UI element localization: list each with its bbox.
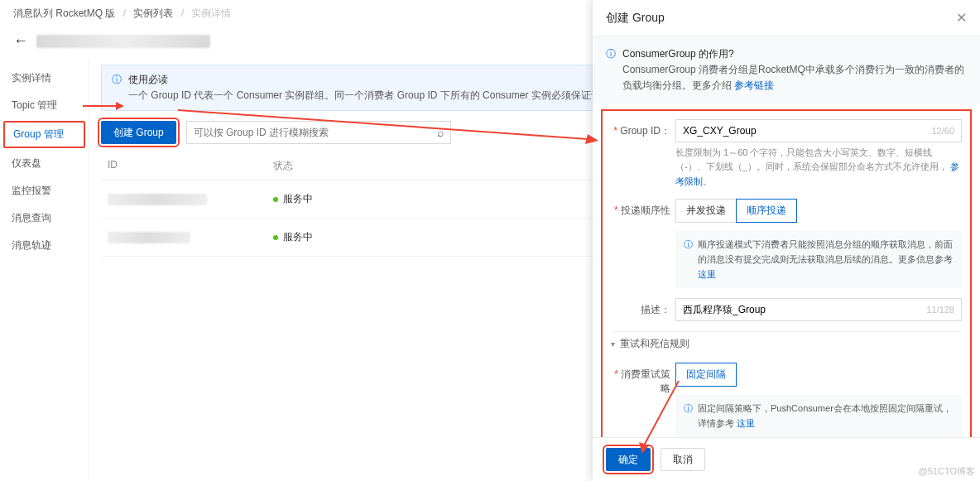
desc-input[interactable] — [683, 304, 926, 315]
create-group-button[interactable]: 创建 Group — [101, 121, 176, 144]
sidebar-item-topic[interactable]: Topic 管理 — [0, 92, 89, 119]
retry-policy-label: 消费重试策略 — [611, 363, 670, 396]
crumb-1[interactable]: 消息队列 RocketMQ 版 — [13, 7, 115, 19]
delivery-label: 投递顺序性 — [611, 199, 670, 218]
drawer-form: Group ID： 12/60 长度限制为 1～60 个字符，只能包含大小写英文… — [601, 109, 972, 437]
confirm-button[interactable]: 确定 — [606, 448, 651, 471]
desc-counter: 11/128 — [926, 305, 954, 315]
col-id: ID — [108, 159, 273, 173]
group-id-label: Group ID： — [611, 119, 670, 138]
cancel-button[interactable]: 取消 — [661, 448, 705, 471]
delivery-info-link[interactable]: 这里 — [698, 269, 716, 279]
group-id-counter: 12/60 — [931, 126, 954, 136]
info-icon: ⓘ — [112, 72, 122, 103]
delivery-info: 顺序投递模式下消费者只能按照消息分组的顺序获取消息，前面的消息没有提交完成则无法… — [698, 239, 953, 264]
instance-title-redacted — [36, 35, 210, 48]
group-id-help: 长度限制为 1～60 个字符，只能包含大小写英文、数字、短横线（-）、下划线（_… — [675, 147, 948, 172]
search-input[interactable] — [194, 127, 437, 138]
banner-body: ConsumerGroup 消费者分组是RocketMQ中承载多个消费行为一致的… — [622, 64, 964, 91]
back-arrow-icon[interactable]: ← — [13, 32, 28, 50]
desc-label: 描述： — [611, 298, 670, 317]
status-text: 服务中 — [283, 231, 313, 243]
cell-id-redacted — [108, 232, 190, 243]
create-group-drawer: 创建 Group ✕ ⓘ ConsumerGroup 的作用? Consumer… — [593, 0, 980, 481]
sidebar: 实例详情 Topic 管理 Group 管理 仪表盘 监控报警 消息查询 消息轨… — [0, 60, 89, 481]
drawer-title: 创建 Group — [606, 11, 665, 26]
sidebar-item-message-query[interactable]: 消息查询 — [0, 204, 89, 232]
sidebar-item-monitor[interactable]: 监控报警 — [0, 177, 89, 204]
banner-link[interactable]: 参考链接 — [734, 79, 774, 91]
retry-section-title[interactable]: 重试和死信规则 — [611, 331, 962, 356]
watermark: @51CTO博客 — [919, 465, 975, 478]
search-box[interactable]: ⌕ — [186, 121, 451, 144]
cell-id-redacted — [108, 194, 207, 205]
group-id-input[interactable] — [683, 125, 931, 137]
search-icon[interactable]: ⌕ — [437, 126, 444, 139]
retry-policy-link[interactable]: 这里 — [737, 418, 755, 428]
delivery-concurrent[interactable]: 并发投递 — [675, 199, 736, 223]
status-text: 服务中 — [283, 193, 313, 204]
delivery-radio-group: 并发投递 顺序投递 — [675, 199, 962, 223]
banner-title: ConsumerGroup 的作用? — [622, 46, 967, 62]
sidebar-item-instance[interactable]: 实例详情 — [0, 65, 89, 92]
sidebar-item-group[interactable]: Group 管理 — [3, 121, 85, 148]
crumb-3: 实例详情 — [191, 7, 231, 19]
info-icon: ⓘ — [606, 46, 616, 94]
info-icon: ⓘ — [684, 402, 693, 430]
retry-fixed-interval[interactable]: 固定间隔 — [675, 363, 737, 387]
status-dot-icon — [273, 197, 278, 202]
drawer-banner: ⓘ ConsumerGroup 的作用? ConsumerGroup 消费者分组… — [593, 36, 980, 104]
info-icon: ⓘ — [684, 238, 693, 281]
col-status: 状态 — [273, 159, 521, 173]
status-dot-icon — [273, 235, 278, 240]
crumb-2[interactable]: 实例列表 — [133, 7, 173, 19]
delivery-ordered[interactable]: 顺序投递 — [736, 199, 797, 223]
sidebar-item-dashboard[interactable]: 仪表盘 — [0, 150, 89, 177]
sidebar-item-message-trace[interactable]: 消息轨迹 — [0, 232, 89, 259]
close-icon[interactable]: ✕ — [956, 10, 967, 26]
